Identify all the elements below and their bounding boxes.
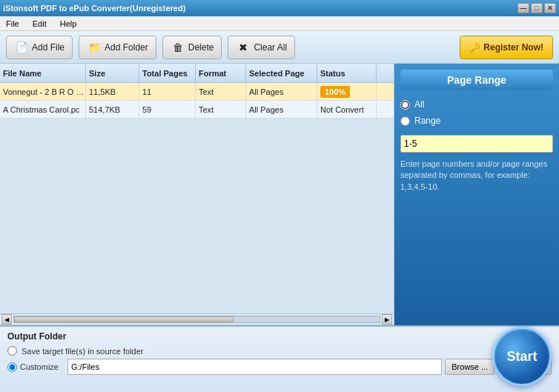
col-header-selectedpage: Selected Page (246, 64, 317, 82)
cell-format: Text (196, 101, 246, 118)
status-badge: 100% (320, 86, 350, 98)
cell-selectedpage: All Pages (246, 83, 317, 100)
add-file-button[interactable]: 📄 Add File (6, 36, 73, 59)
app-title: iStonsoft PDF to ePub Converter(Unregist… (3, 4, 185, 13)
customize-label: Customize (20, 362, 64, 371)
add-folder-button[interactable]: 📁 Add Folder (79, 36, 156, 59)
all-pages-option[interactable]: All (400, 99, 553, 110)
cell-totalpages: 11 (139, 83, 196, 100)
start-label: Start (506, 349, 537, 365)
customize-row: Customize Browse ... Find Target (7, 359, 552, 375)
save-source-row: Save target file(s) in source folder (7, 346, 552, 356)
add-folder-label: Add Folder (105, 42, 148, 53)
menu-file[interactable]: File (3, 18, 22, 30)
table-header: File Name Size Total Pages Format Select… (0, 64, 394, 83)
title-bar: iStonsoft PDF to ePub Converter(Unregist… (0, 0, 559, 16)
table-row[interactable]: Vonnegut - 2 B R O … 11,5KB 11 Text All … (0, 83, 394, 101)
bottom-area: Output Folder Save target file(s) in sou… (0, 325, 559, 392)
scroll-left-button[interactable]: ◀ (1, 314, 12, 325)
add-file-label: Add File (32, 42, 64, 53)
add-folder-icon: 📁 (87, 40, 102, 55)
range-option[interactable]: Range (400, 116, 553, 126)
cell-totalpages: 59 (139, 101, 196, 118)
page-range-options: All Range (400, 99, 553, 126)
table-body: Vonnegut - 2 B R O … 11,5KB 11 Text All … (0, 83, 394, 313)
page-range-hint: Enter page numbers and/or page ranges se… (400, 159, 553, 193)
cell-filename: Vonnegut - 2 B R O … (0, 83, 86, 100)
horizontal-scrollbar[interactable]: ◀ ▶ (0, 313, 394, 325)
cell-size: 11,5KB (86, 83, 139, 100)
menu-bar: File Edit Help (0, 16, 559, 31)
register-button[interactable]: 🔑 Register Now! (460, 36, 553, 59)
delete-icon: 🗑 (171, 40, 185, 55)
browse-button[interactable]: Browse ... (445, 359, 494, 375)
main-content: File Name Size Total Pages Format Select… (0, 64, 559, 325)
add-file-icon: 📄 (14, 40, 29, 55)
scroll-right-button[interactable]: ▶ (382, 314, 392, 325)
maximize-button[interactable]: □ (531, 3, 543, 13)
minimize-button[interactable]: — (517, 3, 529, 13)
range-label: Range (414, 116, 440, 126)
save-source-label: Save target file(s) in source folder (22, 347, 143, 356)
cell-status: 100% (317, 83, 377, 100)
scrollbar-track[interactable] (13, 316, 380, 323)
path-input[interactable] (67, 359, 442, 375)
toolbar: 📄 Add File 📁 Add Folder 🗑 Delete ✖ Clear… (0, 31, 559, 64)
col-header-format: Format (196, 64, 246, 82)
clear-all-icon: ✖ (236, 40, 251, 55)
clear-all-button[interactable]: ✖ Clear All (228, 36, 295, 59)
page-range-input[interactable] (400, 135, 553, 153)
start-button[interactable]: Start (492, 327, 552, 386)
cell-size: 514,7KB (86, 101, 139, 118)
menu-help[interactable]: Help (57, 18, 80, 30)
col-header-size: Size (86, 64, 139, 82)
all-pages-radio[interactable] (400, 100, 410, 110)
window-controls: — □ ✕ (517, 3, 556, 13)
start-button-container: Start (492, 327, 552, 386)
cell-status: Not Convert (317, 101, 377, 118)
col-header-totalpages: Total Pages (139, 64, 196, 82)
cell-format: Text (196, 83, 246, 100)
delete-button[interactable]: 🗑 Delete (162, 36, 222, 59)
table-row[interactable]: A Christmas Carol.pc 514,7KB 59 Text All… (0, 101, 394, 119)
range-radio[interactable] (400, 116, 410, 126)
customize-radio[interactable] (7, 362, 17, 372)
delete-label: Delete (188, 42, 214, 53)
cell-filename: A Christmas Carol.pc (0, 101, 86, 118)
file-list-area: File Name Size Total Pages Format Select… (0, 64, 394, 325)
page-range-panel: Page Range All Range Enter page numbers … (394, 64, 559, 325)
close-button[interactable]: ✕ (544, 3, 556, 13)
register-label: Register Now! (483, 42, 543, 53)
save-source-radio[interactable] (7, 346, 17, 356)
scrollbar-thumb[interactable] (14, 316, 234, 322)
col-header-status: Status (317, 64, 377, 82)
col-header-filename: File Name (0, 64, 86, 82)
clear-all-label: Clear All (254, 42, 287, 53)
all-pages-label: All (414, 99, 424, 110)
cell-selectedpage: All Pages (246, 101, 317, 118)
page-range-title: Page Range (400, 70, 553, 90)
menu-edit[interactable]: Edit (30, 18, 50, 30)
register-icon: 🔑 (469, 42, 480, 53)
output-folder-title: Output Folder (7, 331, 552, 342)
